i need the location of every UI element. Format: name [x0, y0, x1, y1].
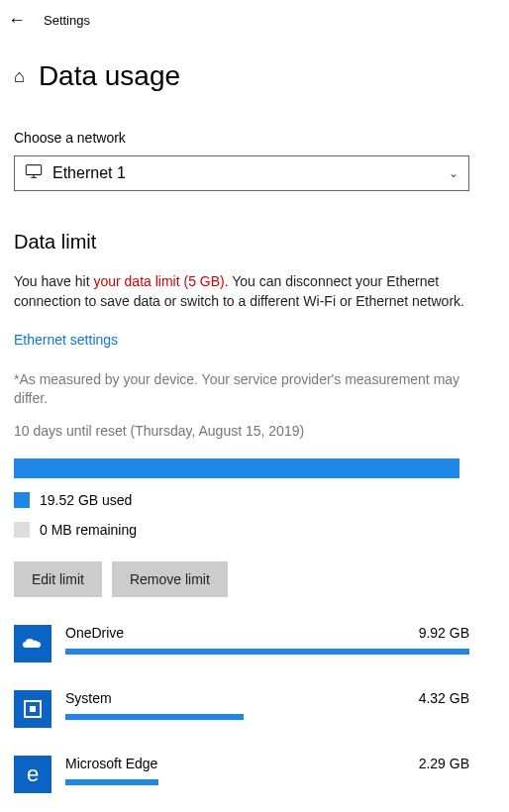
app-row-edge: e Microsoft Edge 2.29 GB: [14, 756, 469, 793]
measurement-disclaimer: *As measured by your device. Your servic…: [14, 370, 479, 409]
app-name: OneDrive: [65, 625, 124, 641]
edge-icon: e: [14, 756, 51, 793]
edit-limit-button[interactable]: Edit limit: [14, 561, 102, 597]
app-usage-bar: [65, 779, 158, 785]
back-icon[interactable]: ←: [8, 10, 26, 31]
ethernet-settings-link[interactable]: Ethernet settings: [14, 332, 118, 348]
remove-limit-button[interactable]: Remove limit: [112, 561, 228, 597]
app-amount: 2.29 GB: [419, 756, 469, 771]
home-icon[interactable]: ⌂: [14, 66, 25, 87]
app-amount: 4.32 GB: [419, 690, 469, 706]
system-icon: [14, 690, 51, 728]
app-usage-bar: [65, 649, 469, 655]
app-name: Microsoft Edge: [65, 756, 157, 771]
usage-bar: [14, 458, 459, 478]
network-select[interactable]: Ethernet 1 ⌄: [14, 155, 469, 191]
legend-used: 19.52 GB used: [14, 492, 495, 508]
page-title: Data usage: [39, 60, 180, 92]
swatch-remaining-icon: [14, 522, 30, 538]
legend-remaining-label: 0 MB remaining: [40, 522, 137, 538]
choose-network-label: Choose a network: [14, 130, 495, 146]
onedrive-icon: [14, 625, 51, 662]
chevron-down-icon: ⌄: [449, 166, 458, 180]
app-amount: 9.92 GB: [419, 625, 469, 641]
data-limit-red: your data limit (5 GB): [93, 273, 224, 289]
swatch-used-icon: [14, 492, 30, 508]
legend-remaining: 0 MB remaining: [14, 522, 495, 538]
app-row-onedrive: OneDrive 9.92 GB: [14, 625, 469, 662]
data-limit-message: You have hit your data limit (5 GB). You…: [14, 271, 479, 312]
legend-used-label: 19.52 GB used: [40, 492, 132, 508]
reset-countdown: 10 days until reset (Thursday, August 15…: [14, 423, 495, 439]
monitor-icon: [25, 164, 43, 182]
header-settings-label: Settings: [44, 13, 90, 28]
data-limit-heading: Data limit: [14, 231, 495, 254]
app-name: System: [65, 690, 112, 706]
svg-rect-4: [30, 706, 36, 712]
app-row-system: System 4.32 GB: [14, 690, 469, 728]
app-usage-bar: [65, 714, 244, 720]
network-selected-value: Ethernet 1: [52, 164, 126, 182]
svg-rect-0: [26, 165, 41, 175]
